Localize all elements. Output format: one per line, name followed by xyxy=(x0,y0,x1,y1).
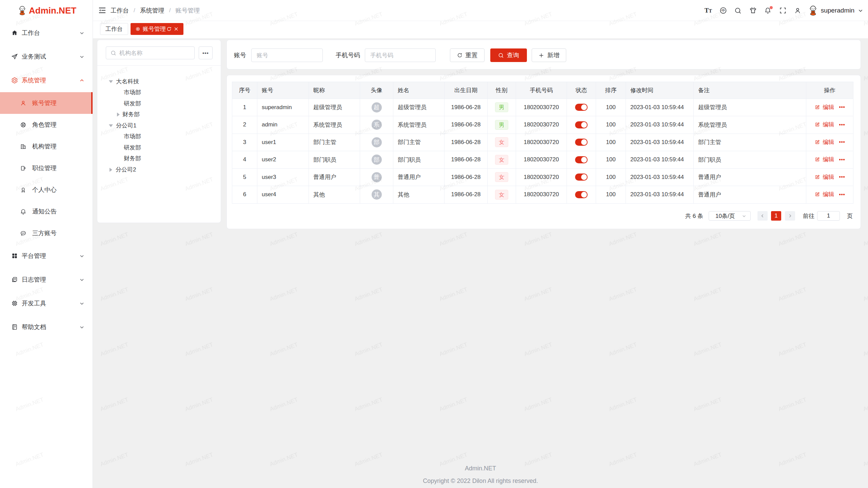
svg-text:中: 中 xyxy=(721,8,725,13)
